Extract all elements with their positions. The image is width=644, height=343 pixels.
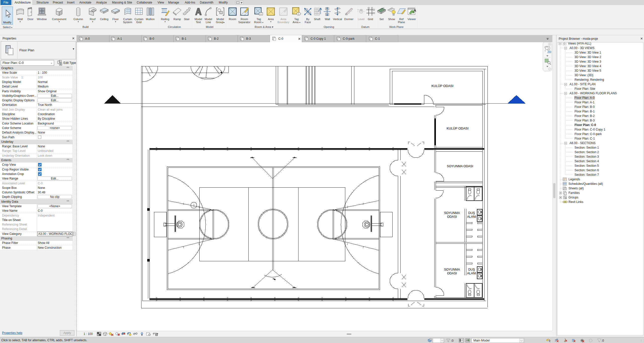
svg-text:C-0: C-0 — [278, 37, 283, 40]
svg-text:A-0: A-0 — [85, 37, 90, 40]
svg-text:KULÜP ODASI: KULÜP ODASI — [446, 126, 468, 130]
svg-text:ALANI: ALANI — [467, 272, 476, 275]
svg-text:B-0: B-0 — [149, 37, 154, 40]
svg-text:1: 1 — [298, 13, 299, 15]
svg-text:✕: ✕ — [298, 37, 301, 41]
svg-text:A-1: A-1 — [117, 37, 122, 40]
svg-text:DUŞ: DUŞ — [468, 268, 475, 271]
svg-text:SOYUNMA ODASI: SOYUNMA ODASI — [447, 164, 473, 168]
svg-text:DUŞ: DUŞ — [468, 211, 475, 215]
svg-text:ODASI: ODASI — [447, 272, 457, 275]
svg-text:C-0 Copy 1: C-0 Copy 1 — [311, 37, 326, 40]
svg-text:ODASI: ODASI — [447, 215, 457, 219]
svg-text:SOYUNMA: SOYUNMA — [444, 211, 460, 215]
svg-text:SOYUNMA: SOYUNMA — [444, 268, 460, 271]
svg-text:C-1: C-1 — [375, 37, 380, 40]
svg-text:1: 1 — [260, 13, 262, 15]
svg-text:ALANI: ALANI — [467, 215, 476, 219]
svg-text:Main Model: Main Model — [473, 339, 490, 342]
svg-text:B-3: B-3 — [246, 37, 251, 40]
svg-text:B-1: B-1 — [182, 37, 186, 40]
svg-text:KULÜP ODASI: KULÜP ODASI — [431, 84, 453, 88]
svg-text::0: :0 — [601, 339, 604, 342]
svg-text::0: :0 — [451, 339, 453, 342]
svg-text:2D: 2D — [547, 50, 551, 54]
svg-text:B-2: B-2 — [214, 37, 219, 40]
svg-text:C-0-park: C-0-park — [343, 37, 355, 40]
